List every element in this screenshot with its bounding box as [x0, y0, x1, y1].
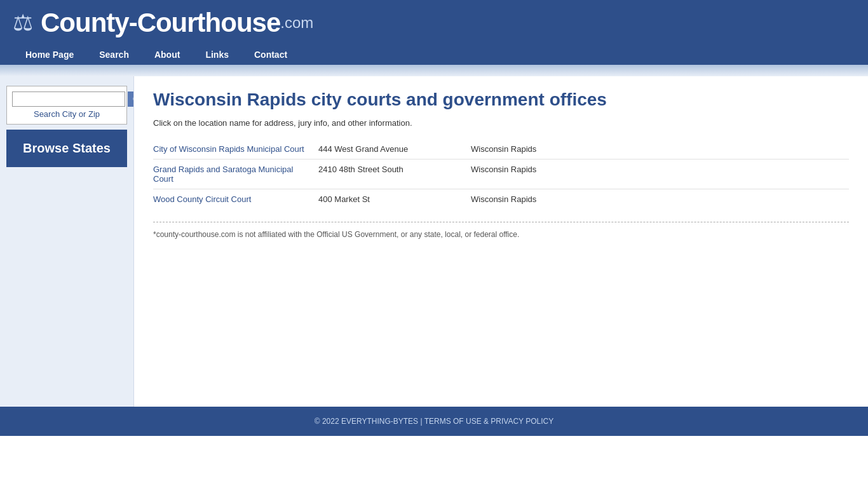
site-footer: © 2022 EVERYTHING-BYTES | TERMS OF USE &…	[0, 407, 868, 436]
page-subtitle: Click on the location name for address, …	[153, 118, 849, 128]
layout: GO Search City or Zip Browse States Wisc…	[0, 76, 868, 407]
court-address: 2410 48th Street South	[318, 159, 471, 189]
divider	[153, 222, 849, 222]
nav-home[interactable]: Home Page	[13, 44, 86, 65]
court-link[interactable]: Wood County Circuit Court	[153, 194, 251, 204]
nav-contact[interactable]: Contact	[241, 44, 300, 65]
scales-icon: ⚖	[13, 10, 33, 36]
main-nav: Home Page Search About Links Contact	[13, 44, 855, 65]
disclaimer: *county-courthouse.com is not affiliated…	[153, 230, 849, 239]
nav-search[interactable]: Search	[86, 44, 142, 65]
site-logo-com: .com	[280, 14, 313, 32]
table-row: City of Wisconsin Rapids Municipal Court…	[153, 139, 849, 159]
court-address: 400 Market St	[318, 189, 471, 209]
browse-states-button[interactable]: Browse States	[6, 130, 127, 167]
search-box: GO Search City or Zip	[6, 86, 127, 125]
table-row: Wood County Circuit Court400 Market StWi…	[153, 189, 849, 209]
site-header: ⚖ County-Courthouse .com Home Page Searc…	[0, 0, 868, 65]
sidebar: GO Search City or Zip Browse States	[0, 76, 133, 407]
site-logo-text[interactable]: County-Courthouse	[41, 8, 280, 38]
court-city: Wisconsin Rapids	[471, 139, 849, 159]
sub-header-gradient	[0, 65, 868, 76]
main-content: Wisconsin Rapids city courts and governm…	[133, 76, 868, 407]
table-row: Grand Rapids and Saratoga Municipal Cour…	[153, 159, 849, 189]
nav-about[interactable]: About	[142, 44, 193, 65]
footer-text: © 2022 EVERYTHING-BYTES | TERMS OF USE &…	[315, 417, 554, 426]
court-city: Wisconsin Rapids	[471, 189, 849, 209]
courts-tbody: City of Wisconsin Rapids Municipal Court…	[153, 139, 849, 209]
search-label: Search City or Zip	[12, 107, 121, 119]
court-link[interactable]: City of Wisconsin Rapids Municipal Court	[153, 144, 304, 154]
court-city: Wisconsin Rapids	[471, 159, 849, 189]
courts-table: City of Wisconsin Rapids Municipal Court…	[153, 139, 849, 209]
nav-links[interactable]: Links	[193, 44, 241, 65]
page-title: Wisconsin Rapids city courts and governm…	[153, 89, 849, 111]
header-top: ⚖ County-Courthouse .com	[13, 8, 855, 44]
court-link[interactable]: Grand Rapids and Saratoga Municipal Cour…	[153, 165, 293, 184]
search-input[interactable]	[12, 92, 125, 107]
court-address: 444 West Grand Avenue	[318, 139, 471, 159]
search-form: GO	[12, 92, 121, 107]
